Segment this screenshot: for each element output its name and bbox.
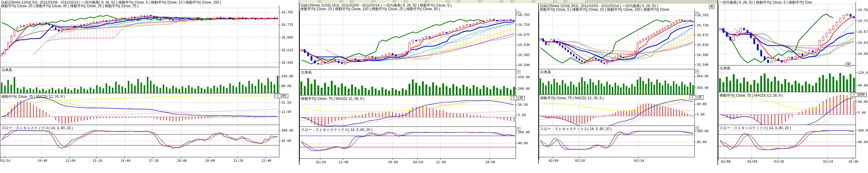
price-axis-label: 10,720 [518, 23, 530, 26]
time-axis-label: 21:20 [233, 159, 243, 162]
pane-scale-button[interactable]: ▾ [695, 126, 699, 130]
volume-axis-label: 40.00 [858, 84, 868, 87]
price-axis-label: 10,675 [858, 30, 868, 33]
chart-indicator-list: 移動平均( Close, 10 ) 移動平均( Close, 150 ) 移動平… [301, 7, 440, 11]
time-axis-label: 02/10 [774, 160, 784, 163]
volume-axis-label: 200.00 [518, 87, 530, 90]
price-axis-label: 10,765 [281, 11, 293, 14]
time-axis-label: 20:00 [205, 159, 215, 162]
time-axis-label: 02/14 [413, 161, 423, 164]
price-axis-label: 10,630 [697, 43, 709, 46]
stochastics-axis-label: 40.00 [858, 140, 868, 144]
pane-scale-button[interactable]: ▾ [517, 127, 520, 131]
stochastics-pane-label: スロー・ストキャスティクス( 14, 3, 80, 20 ) [540, 127, 612, 131]
volume-axis-label: 950.00 [697, 75, 709, 78]
stochastics-pane-label: スロー・ストキャスティクス( 14, 3, 80, 20 ) [301, 128, 372, 132]
macd-axis-label: 30.50 [518, 103, 528, 106]
chart-canvas[interactable] [0, 0, 298, 164]
chart-window-3: 日経225mini 11/03( 30分, 2011/02/03 - 2011/… [538, 4, 716, 164]
price-axis-label: 10,715 [281, 23, 293, 26]
volume-pane-label: 出来高 [1, 68, 12, 72]
stochastics-axis-label: 45.00 [281, 139, 291, 142]
chart-indicator-list: 移動平均( Close, 20 ) 移動平均( Close, 40 ) 移動平均… [1, 4, 138, 8]
macd-axis-label: 31.50 [281, 101, 291, 104]
price-axis-label: 10,540 [518, 63, 530, 67]
price-axis-label: 10,540 [697, 63, 709, 66]
time-axis-label: 02/10 [316, 161, 326, 164]
time-axis-label: 02/08 [721, 160, 731, 163]
pane-scale-button[interactable]: ▾ [695, 12, 699, 16]
macd-axis-label: 5.50 [518, 113, 526, 117]
axis-scroll-button[interactable]: ▼ [846, 62, 851, 67]
stochastics-axis-label: 40.00 [518, 142, 528, 145]
macd-axis-label: 11.00 [281, 110, 291, 113]
price-axis-label: 10,720 [858, 19, 868, 23]
pane-scale-button[interactable]: ▾ [517, 70, 520, 74]
price-axis-label: 10,720 [697, 24, 709, 27]
pane-scale-button[interactable]: ▾ [517, 11, 520, 15]
time-axis-label: 02/14 [0, 159, 10, 162]
pane-scale-button[interactable]: ▾ [517, 96, 520, 100]
arrow-down-icon: ▼ [847, 63, 849, 66]
time-axis-label: 02/14 [634, 159, 644, 162]
volume-axis-label: 550.00 [518, 75, 530, 79]
price-axis-label: 10,765 [858, 8, 868, 11]
stochastics-axis-label: 100.00 [697, 130, 709, 133]
volume-pane-label: 出来高 [540, 70, 551, 74]
time-axis-label: 12:00 [339, 161, 348, 164]
price-axis-label: 10,675 [518, 33, 530, 36]
price-axis-label: 10,585 [518, 53, 530, 57]
toolbar-button[interactable] [568, 0, 586, 4]
volume-scale-badge: × 100 [274, 94, 288, 98]
toolbar-button[interactable] [557, 0, 564, 4]
macd-axis-label: 40.00 [697, 103, 707, 106]
macd-pane-label: 移動平均( Close, 75 ) MACD( 12, 26, 9 ) [540, 96, 603, 100]
macd-pane-label: 移動平均( Close, 75 ) MACD( 12, 26, 9 ) [301, 97, 364, 100]
macd-axis-label: 40.00 [858, 100, 868, 103]
price-axis-label: 10,585 [697, 53, 709, 57]
volume-axis-label: 190.00 [281, 75, 293, 78]
macd-axis-label: 5.00 [858, 111, 866, 114]
stochastics-axis-label: 40.00 [697, 140, 707, 144]
chart-window-1: 日経225mini 11/03( 5分, 2011/02/08 - 2011/0… [0, 0, 298, 164]
time-axis-label: 20:00 [485, 161, 495, 164]
macd-axis-label: 5.00 [697, 113, 705, 116]
time-axis-label: 17:20 [149, 159, 158, 162]
pane-scale-button[interactable]: ▾ [695, 95, 699, 99]
stochastics-axis-label: 100.00 [858, 129, 868, 132]
price-axis-label: 10,630 [858, 41, 868, 44]
time-axis-label: 14:40 [121, 159, 130, 162]
pane-scale-button[interactable]: ▾ [695, 70, 699, 73]
time-axis-label: 16:30 [848, 160, 858, 163]
volume-axis-label: 120.00 [858, 71, 868, 74]
price-axis-label: 10,615 [281, 48, 293, 52]
time-axis-label: 12:00 [436, 161, 446, 164]
time-axis-label: 02/14 [823, 160, 833, 163]
chevron-down-icon: ▼ [710, 5, 713, 8]
chart-window-2: 日経225mini 11/03( 15分, 2011/02/03 - 2011/… [299, 3, 538, 165]
stochastics-axis-label: 100.00 [518, 131, 530, 134]
time-axis-label: 22:40 [261, 159, 271, 162]
volume-axis-label: 80.00 [281, 84, 291, 88]
time-axis-label: 02/10 [575, 159, 585, 162]
stochastics-axis-label: 100.00 [281, 129, 293, 132]
volume-axis-label: 350.00 [697, 86, 709, 90]
chart-title: 一目均衡表( 9, 26, 52 ) 移動平均( Close, 5 ) 移動平均… [719, 1, 812, 4]
price-axis-label: 10,665 [281, 36, 293, 39]
chart-canvas[interactable] [300, 3, 539, 165]
volume-scale-badge: × 1000 [851, 93, 867, 97]
volume-pane-label: 出来高 [301, 70, 312, 74]
trading-app-workspace: 日経225mini 11/03( 5分, 2011/02/08 - 2011/0… [0, 0, 868, 173]
price-axis-label: 10,565 [281, 61, 293, 64]
chart-window-4: 一目均衡表( 9, 26, 52 ) 移動平均( Close, 5 ) 移動平均… [717, 0, 868, 165]
macd-pane-label: 移動平均( Close, 75 ) MACD( 12, 26, 9 ) [720, 94, 783, 97]
chart-canvas[interactable] [718, 0, 868, 165]
time-axis-label: 02/09 [747, 160, 757, 163]
time-axis-label: 13:20 [92, 159, 102, 162]
time-axis-label: 18:40 [177, 159, 187, 162]
chart-menu-dropdown-button[interactable]: ▼ [709, 4, 715, 9]
time-axis-label: 20:00 [388, 161, 398, 164]
chart-canvas[interactable] [539, 4, 717, 164]
volume-pane-label: 出来高 [720, 66, 730, 70]
price-axis-label: 10,585 [858, 52, 868, 56]
